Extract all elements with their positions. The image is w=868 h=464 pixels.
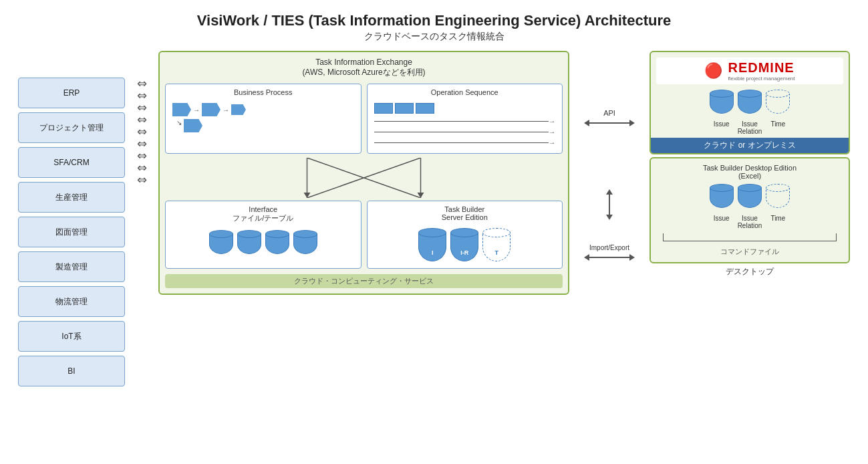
ie-arrow-line [589,257,629,258]
redmine-title: REDMINE [728,60,794,76]
rm-label-relation: IssueRelation [738,120,762,135]
interface-panel: Interfaceファイル/テーブル [165,201,361,269]
rm-cyl-relation-top [738,90,762,98]
business-process-title: Business Process [170,88,357,96]
h-line-1 [374,121,549,122]
cylinder-3 [265,230,289,259]
architecture-diagram: ERP プロジェクト管理 SFA/CRM 生産管理 図面管理 製造管理 物流管理… [18,51,850,393]
redmine-header: 🔴 REDMINE flexible project management [656,57,843,84]
tb-cyl-i-top [418,228,446,237]
tb-cyl-ir: I-R [450,228,478,261]
sys-manufacturing: 製造管理 [18,251,125,282]
bp-arrow-1 [172,103,191,116]
main-title: VisiWork / TIES (Task Information Engine… [18,12,850,29]
sys-drawing: 図面管理 [18,217,125,247]
h-line-3 [374,142,549,144]
dt-cyl-issue [710,184,734,213]
desktop-db-row: Issue IssueRelation [656,184,843,229]
desktop-db-time: Time [766,184,790,229]
right-boxes: 🔴 REDMINE flexible project management [649,51,850,280]
op-line-1: → [374,118,556,125]
arrow-3: ⇔ [137,102,147,114]
ie-arrow-left-head [584,254,589,261]
v-arrow-down-head [606,215,613,220]
arrow-2: ⇔ [137,90,147,102]
arrow-7: ⇔ [137,150,147,162]
dt-cyl-relation-top [738,184,762,192]
sys-erp: ERP [18,78,125,108]
dt-cyl-relation [738,184,762,213]
h-line-2 [374,132,549,133]
op-arrow-3: → [549,139,555,146]
rm-cyl-relation [738,90,762,119]
bottom-panels: Interfaceファイル/テーブル [165,201,563,269]
dt-label-issue: Issue [714,215,730,222]
sub-title: クラウドベースのタスク情報統合 [18,31,850,43]
sys-project: プロジェクト管理 [18,112,125,143]
left-arrows-column: ⇔ ⇔ ⇔ ⇔ ⇔ ⇔ ⇔ ⇔ ⇔ [125,51,158,193]
import-export-label: Import/Export [589,244,629,251]
dt-label-relation: IssueRelation [738,215,762,229]
api-arrow-group [584,120,635,126]
op-line-3: → [374,139,556,146]
api-arrow-right-head [629,120,635,126]
operation-sequence-title: Operation Sequence [372,88,559,96]
desktop-box: Task Builder Desktop Edition (Excel) Iss… [649,157,850,263]
tb-cyl-i: I [418,228,446,261]
bp-arrow-icon-2: → [223,106,229,114]
rm-cyl-issue-top [710,90,734,98]
command-file-label: コマンドファイル [656,247,843,257]
arrow-9: ⇔ [137,174,147,186]
cloud-label: クラウド or オンプレミス [651,138,849,153]
right-inner: API [569,51,850,280]
sys-sfa-crm: SFA/CRM [18,147,125,178]
op-arrow-1: → [549,118,555,125]
tb-cylinders: I I-R T [372,225,559,264]
redmine-db-time: Time [766,90,790,135]
redmine-logo-icon: 🔴 [704,62,722,80]
desktop-header-line1: Task Builder Desktop Edition [703,164,797,172]
import-export-arrow-group [584,254,635,261]
task-information-exchange-box: Task Information Exchange (AWS, Microsof… [158,51,569,295]
operation-sequence-panel: Operation Sequence → [367,84,563,154]
center-header-line2: (AWS, Microsoft Azureなどを利用) [165,67,563,78]
sys-logistics: 物流管理 [18,286,125,317]
arrow-8: ⇔ [137,162,147,174]
bp-arrow-4 [184,119,202,132]
operation-sequence-diagram: → → → [372,100,559,149]
center-header-line1: Task Information Exchange [165,57,563,67]
cross-arrows-area [165,158,563,198]
arrow-1: ⇔ [137,78,147,90]
tb-cyl-ir-top [450,228,478,237]
bp-arrow-3 [231,104,246,115]
interface-cylinders [170,227,357,262]
redmine-subtitle: flexible project management [728,76,794,82]
dt-cyl-issue-top [710,184,734,192]
cyl-top-4 [293,230,317,238]
bp-row-2: ↘ [172,119,202,132]
rm-label-time: Time [770,120,785,128]
tb-label-i: I [418,249,446,256]
redmine-title-block: REDMINE flexible project management [728,60,794,82]
v-double-arrow-group [606,189,613,220]
v-arrow-line [609,195,610,215]
op-bar-2 [395,103,414,114]
bp-row-1: → → [172,103,246,116]
desktop-db-relation: IssueRelation [738,184,762,229]
right-section: API [569,51,850,280]
arrows-section: API [569,51,649,280]
tb-cyl-t: T [482,228,511,261]
redmine-db-row: Issue IssueRelation [656,90,843,135]
api-arrow-line [589,122,629,124]
tb-label-ir: I-R [450,249,478,256]
bp-branch-icon: ↘ [176,119,182,126]
bp-arrow-2 [202,103,221,116]
business-process-panel: Business Process → → ↘ [165,84,361,154]
left-systems-column: ERP プロジェクト管理 SFA/CRM 生産管理 図面管理 製造管理 物流管理… [18,51,125,393]
rm-cyl-time [766,90,790,119]
tb-label-t: T [482,249,511,256]
cyl-top-2 [237,230,261,238]
redmine-db-relation: IssueRelation [738,90,762,135]
cylinder-2 [237,230,261,259]
desktop-header-line2: (Excel) [738,172,761,180]
